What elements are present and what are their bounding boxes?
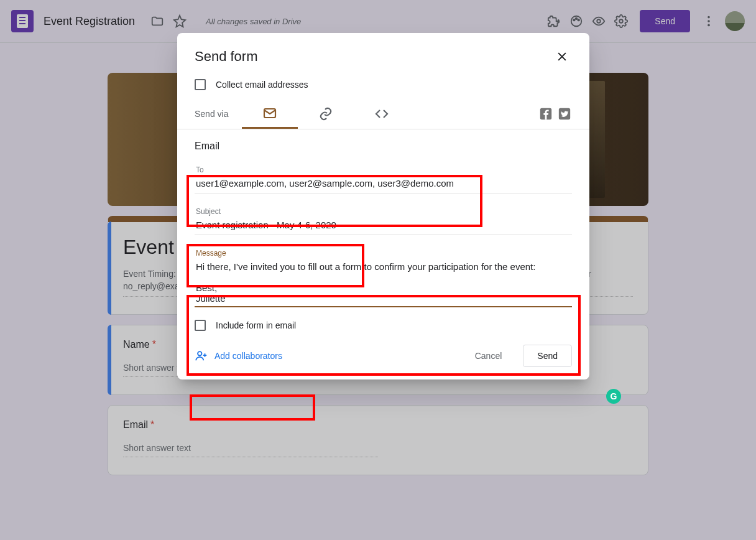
send-form-dialog: Send form Collect email addresses Send v… bbox=[177, 33, 589, 379]
collect-email-row[interactable]: Collect email addresses bbox=[177, 73, 589, 99]
grammarly-badge-icon[interactable]: G bbox=[606, 389, 621, 404]
subject-input[interactable]: Event registration - May 4-6, 2020 bbox=[196, 220, 571, 232]
message-label: Message bbox=[196, 249, 571, 258]
message-field[interactable]: Message Hi there, I've invited you to fi… bbox=[195, 243, 572, 307]
dialog-title: Send form bbox=[195, 49, 552, 65]
to-label: To bbox=[196, 165, 571, 174]
send-via-label: Send via bbox=[195, 109, 228, 119]
send-via-tabs: Send via bbox=[177, 99, 589, 129]
tab-email[interactable] bbox=[242, 99, 298, 129]
email-section-title: Email bbox=[177, 129, 589, 152]
to-input[interactable]: user1@example.com, user2@sample.com, use… bbox=[196, 178, 571, 190]
subject-label: Subject bbox=[196, 207, 571, 216]
tab-embed[interactable] bbox=[354, 99, 410, 129]
subject-field[interactable]: Subject Event registration - May 4-6, 20… bbox=[195, 201, 572, 235]
include-form-checkbox[interactable] bbox=[195, 320, 206, 331]
svg-point-12 bbox=[198, 351, 201, 355]
twitter-icon[interactable] bbox=[557, 106, 572, 121]
message-textarea[interactable]: Hi there, I've invited you to fill out a… bbox=[196, 261, 571, 304]
close-icon[interactable] bbox=[552, 47, 572, 67]
add-collaborators-button[interactable]: Add collaborators bbox=[195, 349, 282, 363]
include-form-label: Include form in email bbox=[216, 320, 296, 330]
include-form-row[interactable]: Include form in email bbox=[195, 320, 572, 331]
to-field[interactable]: To user1@example.com, user2@sample.com, … bbox=[195, 159, 572, 193]
cancel-button[interactable]: Cancel bbox=[465, 346, 512, 366]
collect-email-label: Collect email addresses bbox=[216, 80, 308, 90]
facebook-icon[interactable] bbox=[538, 106, 553, 121]
dialog-send-button[interactable]: Send bbox=[523, 345, 572, 367]
collect-email-checkbox[interactable] bbox=[195, 79, 206, 90]
tab-link[interactable] bbox=[298, 99, 354, 129]
